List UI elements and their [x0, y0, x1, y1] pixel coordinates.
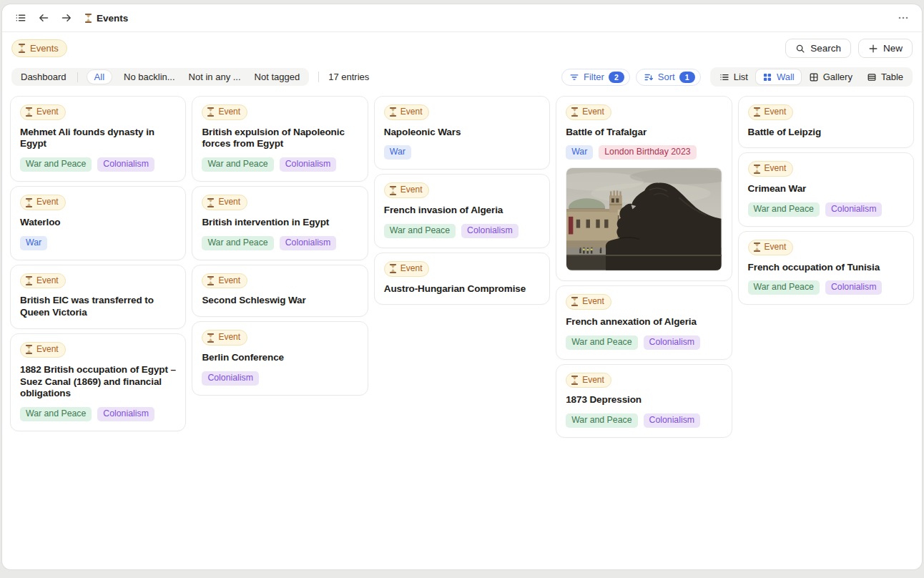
tag-pill[interactable]: Colonialism: [825, 202, 883, 217]
tab-not-in-any[interactable]: Not in any ...: [189, 72, 241, 82]
event-card[interactable]: EventBritish intervention in EgyptWar an…: [192, 186, 368, 260]
tag-pill[interactable]: War: [384, 145, 411, 160]
back-button[interactable]: [34, 9, 53, 27]
tag-pill[interactable]: Colonialism: [202, 371, 259, 386]
event-card[interactable]: EventBerlin ConferenceColonialism: [192, 321, 368, 395]
event-card[interactable]: EventMehmet Ali founds dynasty in EgyptW…: [10, 96, 186, 182]
tag-row: War and PeaceColonialism: [20, 407, 176, 421]
object-type-chip[interactable]: Event: [20, 342, 66, 358]
object-type-label: Event: [400, 185, 423, 196]
event-card[interactable]: EventAustro-Hungarian Compromise: [374, 253, 550, 305]
object-type-chip[interactable]: Event: [566, 373, 611, 388]
object-type-chip[interactable]: Event: [20, 195, 66, 210]
card-title: Mehmet Ali founds dynasty in Egypt: [20, 127, 176, 151]
event-card[interactable]: EventBritish expulsion of Napoleonic for…: [192, 96, 368, 182]
filter-icon: [569, 72, 579, 82]
tag-row: War and PeaceColonialism: [20, 157, 176, 172]
event-card[interactable]: EventFrench occupation of TunisiaWar and…: [738, 231, 914, 305]
object-type-chip[interactable]: Event: [202, 330, 247, 346]
hourglass-icon: [753, 107, 761, 117]
event-card[interactable]: EventCrimean WarWar and PeaceColonialism: [738, 152, 914, 226]
tag-pill[interactable]: War and Peace: [748, 202, 820, 217]
tag-pill[interactable]: War and Peace: [748, 280, 820, 295]
trafalgar-lion-photo[interactable]: [566, 167, 722, 271]
event-card[interactable]: EventSecond Schleswig War: [192, 265, 368, 317]
tag-pill[interactable]: Colonialism: [825, 280, 883, 295]
object-type-chip[interactable]: Event: [20, 273, 66, 289]
search-icon: [795, 44, 805, 54]
collection-chip[interactable]: Events: [11, 39, 67, 57]
filter-button[interactable]: Filter 2: [561, 69, 630, 86]
tag-pill[interactable]: War and Peace: [384, 224, 456, 238]
forward-button[interactable]: [57, 9, 76, 27]
tag-pill[interactable]: Colonialism: [280, 157, 337, 172]
wall-board: EventMehmet Ali founds dynasty in EgyptW…: [2, 94, 922, 452]
object-type-label: Event: [582, 296, 604, 308]
tab-no-backlinks[interactable]: No backlin...: [124, 72, 175, 82]
event-card[interactable]: Event1882 British occupation of Egypt – …: [10, 333, 186, 431]
tag-pill[interactable]: Colonialism: [97, 407, 154, 421]
tag-pill[interactable]: War: [20, 236, 47, 250]
sidebar-toggle-button[interactable]: [11, 9, 30, 27]
tag-row: War: [20, 236, 176, 250]
tag-pill[interactable]: War: [566, 145, 593, 160]
hourglass-icon: [84, 14, 92, 23]
card-title: 1873 Depression: [566, 394, 722, 406]
event-card[interactable]: EventBritish EIC was transferred to Quee…: [10, 265, 186, 329]
sort-button[interactable]: Sort 1: [636, 69, 701, 86]
view-wall-label: Wall: [777, 72, 795, 82]
card-title: Napoleonic Wars: [384, 127, 540, 139]
event-card[interactable]: EventWaterlooWar: [10, 186, 186, 260]
event-card[interactable]: EventBattle of Leipzig: [738, 96, 914, 148]
view-gallery[interactable]: Gallery: [802, 69, 859, 84]
more-menu-button[interactable]: [894, 9, 913, 27]
new-object-button[interactable]: New: [858, 39, 913, 58]
event-card[interactable]: EventFrench annexation of AlgeriaWar and…: [556, 285, 732, 359]
tag-row: War: [384, 145, 540, 160]
object-type-label: Event: [765, 163, 787, 175]
object-type-label: Event: [582, 107, 604, 118]
tag-pill[interactable]: London Birthday 2023: [599, 145, 696, 160]
event-card[interactable]: EventFrench invasion of AlgeriaWar and P…: [374, 174, 550, 248]
object-type-chip[interactable]: Event: [384, 182, 430, 198]
view-wall[interactable]: Wall: [756, 69, 801, 84]
tag-pill[interactable]: War and Peace: [20, 407, 92, 421]
tag-pill[interactable]: Colonialism: [644, 413, 701, 428]
tag-pill[interactable]: Colonialism: [461, 224, 518, 238]
tab-dashboard[interactable]: Dashboard: [21, 72, 67, 82]
object-type-chip[interactable]: Event: [748, 161, 794, 177]
hourglass-icon: [18, 44, 26, 53]
tag-pill[interactable]: War and Peace: [202, 157, 273, 172]
event-card[interactable]: Event1873 DepressionWar and PeaceColonia…: [556, 364, 732, 438]
tag-pill[interactable]: Colonialism: [644, 335, 701, 350]
object-type-chip[interactable]: Event: [20, 104, 66, 120]
object-type-chip[interactable]: Event: [384, 104, 430, 120]
event-card[interactable]: EventNapoleonic WarsWar: [374, 96, 550, 170]
tag-pill[interactable]: War and Peace: [202, 236, 273, 250]
search-button[interactable]: Search: [785, 39, 851, 58]
event-card[interactable]: EventBattle of TrafalgarWarLondon Birthd…: [556, 96, 732, 281]
hourglass-icon: [389, 264, 397, 273]
tab-not-tagged[interactable]: Not tagged: [255, 72, 300, 82]
object-type-chip[interactable]: Event: [566, 104, 611, 120]
tag-pill[interactable]: War and Peace: [566, 335, 637, 350]
tag-row: War and PeaceColonialism: [748, 202, 904, 217]
tab-all[interactable]: All: [87, 70, 112, 84]
object-type-chip[interactable]: Event: [202, 104, 247, 120]
object-type-chip[interactable]: Event: [384, 261, 430, 277]
tag-row: War and PeaceColonialism: [202, 236, 358, 250]
object-type-chip[interactable]: Event: [202, 273, 247, 289]
object-type-chip[interactable]: Event: [202, 195, 247, 210]
tag-pill[interactable]: Colonialism: [280, 236, 337, 250]
tag-pill[interactable]: War and Peace: [20, 157, 92, 172]
object-type-chip[interactable]: Event: [566, 294, 611, 310]
tag-pill[interactable]: War and Peace: [566, 413, 637, 428]
view-list[interactable]: List: [713, 69, 755, 84]
tag-pill[interactable]: Colonialism: [97, 157, 154, 172]
view-table[interactable]: Table: [860, 69, 910, 84]
object-type-chip[interactable]: Event: [748, 240, 794, 255]
object-type-chip[interactable]: Event: [748, 104, 794, 120]
object-type-label: Event: [218, 275, 240, 287]
card-title: British expulsion of Napoleonic forces f…: [202, 127, 358, 151]
card-title: Austro-Hungarian Compromise: [384, 283, 540, 295]
